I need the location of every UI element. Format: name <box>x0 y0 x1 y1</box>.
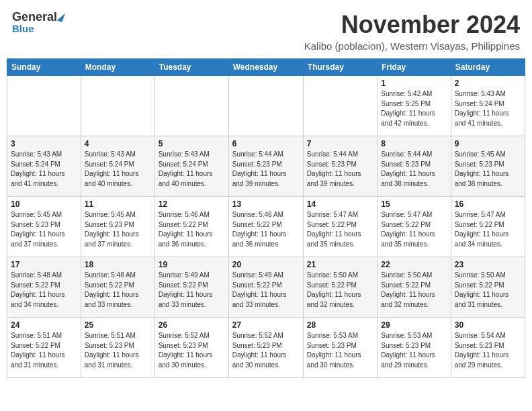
day-number: 25 <box>85 320 151 330</box>
weekday-header-wednesday: Wednesday <box>228 59 303 76</box>
calendar-cell: 10Sunrise: 5:45 AM Sunset: 5:23 PM Dayli… <box>7 197 81 257</box>
calendar-cell: 16Sunrise: 5:47 AM Sunset: 5:22 PM Dayli… <box>451 197 525 257</box>
calendar-header-row: SundayMondayTuesdayWednesdayThursdayFrid… <box>7 59 525 76</box>
calendar-cell <box>81 76 154 136</box>
calendar-cell: 5Sunrise: 5:43 AM Sunset: 5:24 PM Daylig… <box>154 136 228 197</box>
calendar-cell: 17Sunrise: 5:48 AM Sunset: 5:22 PM Dayli… <box>7 257 81 318</box>
calendar-cell: 13Sunrise: 5:46 AM Sunset: 5:22 PM Dayli… <box>228 197 303 257</box>
calendar-cell: 3Sunrise: 5:43 AM Sunset: 5:24 PM Daylig… <box>7 136 81 197</box>
calendar-cell: 18Sunrise: 5:48 AM Sunset: 5:22 PM Dayli… <box>81 257 154 318</box>
day-number: 24 <box>11 320 77 330</box>
day-number: 15 <box>381 199 447 209</box>
day-number: 26 <box>159 320 225 330</box>
logo: General Blue <box>12 11 64 34</box>
calendar-week-2: 10Sunrise: 5:45 AM Sunset: 5:23 PM Dayli… <box>7 197 525 257</box>
day-number: 4 <box>85 139 151 148</box>
calendar-cell: 28Sunrise: 5:53 AM Sunset: 5:23 PM Dayli… <box>303 318 377 378</box>
calendar-cell: 8Sunrise: 5:44 AM Sunset: 5:23 PM Daylig… <box>378 136 451 197</box>
day-number: 27 <box>232 320 300 330</box>
day-number: 1 <box>381 79 447 88</box>
calendar-cell <box>303 76 377 136</box>
calendar-cell: 7Sunrise: 5:44 AM Sunset: 5:23 PM Daylig… <box>303 136 377 197</box>
calendar-cell: 23Sunrise: 5:50 AM Sunset: 5:22 PM Dayli… <box>451 257 525 318</box>
day-number: 3 <box>11 139 77 148</box>
day-info: Sunrise: 5:43 AM Sunset: 5:24 PM Dayligh… <box>85 150 151 189</box>
day-number: 18 <box>85 260 151 269</box>
calendar-cell: 6Sunrise: 5:44 AM Sunset: 5:23 PM Daylig… <box>228 136 303 197</box>
day-info: Sunrise: 5:50 AM Sunset: 5:22 PM Dayligh… <box>381 271 447 310</box>
day-info: Sunrise: 5:53 AM Sunset: 5:23 PM Dayligh… <box>307 331 373 370</box>
calendar-cell: 21Sunrise: 5:50 AM Sunset: 5:22 PM Dayli… <box>303 257 377 318</box>
day-info: Sunrise: 5:43 AM Sunset: 5:24 PM Dayligh… <box>455 89 521 128</box>
day-info: Sunrise: 5:45 AM Sunset: 5:23 PM Dayligh… <box>85 210 151 249</box>
calendar-cell: 27Sunrise: 5:52 AM Sunset: 5:23 PM Dayli… <box>228 318 303 378</box>
day-number: 6 <box>232 139 300 148</box>
day-info: Sunrise: 5:49 AM Sunset: 5:22 PM Dayligh… <box>232 271 300 310</box>
day-info: Sunrise: 5:46 AM Sunset: 5:22 PM Dayligh… <box>159 210 225 249</box>
calendar-week-4: 24Sunrise: 5:51 AM Sunset: 5:22 PM Dayli… <box>7 318 525 378</box>
calendar-cell: 15Sunrise: 5:47 AM Sunset: 5:22 PM Dayli… <box>378 197 451 257</box>
weekday-header-sunday: Sunday <box>7 59 81 76</box>
day-number: 9 <box>455 139 521 148</box>
calendar-cell: 20Sunrise: 5:49 AM Sunset: 5:22 PM Dayli… <box>228 257 303 318</box>
day-info: Sunrise: 5:51 AM Sunset: 5:22 PM Dayligh… <box>11 331 77 370</box>
day-info: Sunrise: 5:53 AM Sunset: 5:23 PM Dayligh… <box>381 331 447 370</box>
day-info: Sunrise: 5:42 AM Sunset: 5:25 PM Dayligh… <box>381 89 447 128</box>
month-title: November 2024 <box>304 11 520 39</box>
weekday-header-friday: Friday <box>378 59 451 76</box>
day-number: 23 <box>455 260 521 269</box>
calendar-week-0: 1Sunrise: 5:42 AM Sunset: 5:25 PM Daylig… <box>7 76 525 136</box>
weekday-header-tuesday: Tuesday <box>154 59 228 76</box>
calendar-week-1: 3Sunrise: 5:43 AM Sunset: 5:24 PM Daylig… <box>7 136 525 197</box>
day-number: 16 <box>455 199 521 209</box>
day-number: 22 <box>381 260 447 269</box>
logo-general: General <box>12 11 57 23</box>
day-number: 12 <box>159 199 225 209</box>
calendar-cell: 26Sunrise: 5:52 AM Sunset: 5:23 PM Dayli… <box>154 318 228 378</box>
day-number: 13 <box>232 199 300 209</box>
day-number: 8 <box>381 139 447 148</box>
day-number: 29 <box>381 320 447 330</box>
calendar-cell: 9Sunrise: 5:45 AM Sunset: 5:23 PM Daylig… <box>451 136 525 197</box>
day-info: Sunrise: 5:43 AM Sunset: 5:24 PM Dayligh… <box>11 150 77 189</box>
calendar-cell: 2Sunrise: 5:43 AM Sunset: 5:24 PM Daylig… <box>451 76 525 136</box>
calendar-cell <box>7 76 81 136</box>
weekday-header-monday: Monday <box>81 59 154 76</box>
day-number: 5 <box>159 139 225 148</box>
day-info: Sunrise: 5:52 AM Sunset: 5:23 PM Dayligh… <box>159 331 225 370</box>
calendar-cell: 4Sunrise: 5:43 AM Sunset: 5:24 PM Daylig… <box>81 136 154 197</box>
logo-icon <box>57 11 65 22</box>
calendar-cell: 12Sunrise: 5:46 AM Sunset: 5:22 PM Dayli… <box>154 197 228 257</box>
day-info: Sunrise: 5:51 AM Sunset: 5:23 PM Dayligh… <box>85 331 151 370</box>
title-block: November 2024 Kalibo (poblacion), Wester… <box>304 11 520 52</box>
day-number: 10 <box>11 199 77 209</box>
day-info: Sunrise: 5:48 AM Sunset: 5:22 PM Dayligh… <box>11 271 77 310</box>
day-info: Sunrise: 5:46 AM Sunset: 5:22 PM Dayligh… <box>232 210 300 249</box>
day-info: Sunrise: 5:44 AM Sunset: 5:23 PM Dayligh… <box>232 150 300 189</box>
calendar-cell: 22Sunrise: 5:50 AM Sunset: 5:22 PM Dayli… <box>378 257 451 318</box>
day-info: Sunrise: 5:47 AM Sunset: 5:22 PM Dayligh… <box>381 210 447 249</box>
calendar-cell: 1Sunrise: 5:42 AM Sunset: 5:25 PM Daylig… <box>378 76 451 136</box>
day-info: Sunrise: 5:50 AM Sunset: 5:22 PM Dayligh… <box>307 271 373 310</box>
day-info: Sunrise: 5:43 AM Sunset: 5:24 PM Dayligh… <box>159 150 225 189</box>
day-info: Sunrise: 5:49 AM Sunset: 5:22 PM Dayligh… <box>159 271 225 310</box>
day-info: Sunrise: 5:45 AM Sunset: 5:23 PM Dayligh… <box>11 210 77 249</box>
day-number: 7 <box>307 139 373 148</box>
calendar-cell: 30Sunrise: 5:54 AM Sunset: 5:23 PM Dayli… <box>451 318 525 378</box>
day-info: Sunrise: 5:47 AM Sunset: 5:22 PM Dayligh… <box>307 210 373 249</box>
page-header: General Blue November 2024 Kalibo (pobla… <box>7 7 525 56</box>
day-info: Sunrise: 5:52 AM Sunset: 5:23 PM Dayligh… <box>232 331 300 370</box>
day-number: 11 <box>85 199 151 209</box>
day-info: Sunrise: 5:47 AM Sunset: 5:22 PM Dayligh… <box>455 210 521 249</box>
day-info: Sunrise: 5:50 AM Sunset: 5:22 PM Dayligh… <box>455 271 521 310</box>
day-number: 14 <box>307 199 373 209</box>
day-number: 2 <box>455 79 521 88</box>
calendar-cell: 29Sunrise: 5:53 AM Sunset: 5:23 PM Dayli… <box>378 318 451 378</box>
weekday-header-saturday: Saturday <box>451 59 525 76</box>
day-number: 21 <box>307 260 373 269</box>
calendar-cell: 25Sunrise: 5:51 AM Sunset: 5:23 PM Dayli… <box>81 318 154 378</box>
day-info: Sunrise: 5:45 AM Sunset: 5:23 PM Dayligh… <box>455 150 521 189</box>
day-info: Sunrise: 5:44 AM Sunset: 5:23 PM Dayligh… <box>307 150 373 189</box>
calendar-cell <box>154 76 228 136</box>
calendar-cell: 14Sunrise: 5:47 AM Sunset: 5:22 PM Dayli… <box>303 197 377 257</box>
